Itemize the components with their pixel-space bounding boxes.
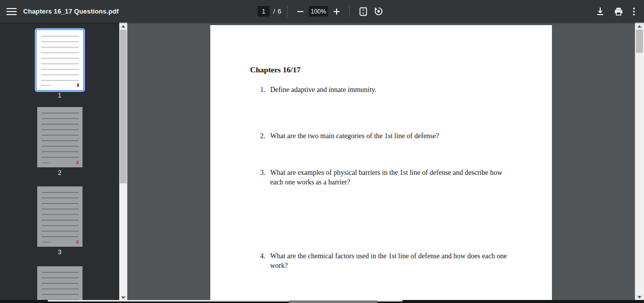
question-text: What are the two main categories of the … (270, 132, 439, 140)
page-number-input[interactable] (258, 6, 270, 17)
toolbar-divider (287, 6, 288, 17)
scroll-down-arrow-icon (121, 296, 125, 299)
bottom-edge-strip (0, 300, 644, 303)
toolbar-center-group: / 6 (258, 0, 386, 23)
toolbar-left-group: Chapters 16_17 Questions.pdf (0, 0, 119, 23)
document-scrollbar-thumb[interactable] (636, 30, 643, 53)
sidebar-scroll-up-button[interactable] (119, 23, 127, 30)
download-icon (596, 7, 604, 16)
thumbnail-red-mark (77, 83, 79, 87)
page-thumbnail[interactable]: 2 (0, 107, 119, 176)
thumbnail-page-preview[interactable] (37, 186, 83, 247)
question-number: 2. (260, 131, 270, 141)
thumbnail-footer-line (41, 85, 51, 86)
sidebar-scrollbar[interactable] (119, 23, 127, 303)
document-title: Chapters 16_17 Questions.pdf (23, 8, 119, 15)
question-text: What are the chemical factors used in th… (270, 252, 507, 269)
document-viewer[interactable]: Chapters 16/17 1.Define adaptive and inn… (127, 23, 635, 303)
rotate-counterclockwise-icon (374, 7, 383, 16)
zoom-level-input[interactable] (309, 6, 328, 17)
question-item: 3.What are examples of physical barriers… (260, 168, 512, 187)
thumbnail-red-mark (76, 161, 78, 164)
question-text: What are examples of physical barriers i… (270, 169, 502, 186)
page-separator: / (273, 8, 275, 15)
fit-page-button[interactable] (356, 4, 371, 19)
thumbnail-text-lines (41, 36, 79, 81)
document-scroll-up-button[interactable] (635, 23, 644, 30)
question-text: Define adaptive and innate immunity. (270, 86, 376, 93)
thumbnail-page-number: 3 (58, 249, 61, 256)
download-button[interactable] (593, 4, 607, 19)
sidebar-scrollbar-thumb[interactable] (120, 30, 127, 183)
document-scrollbar[interactable] (635, 23, 644, 303)
page-thumbnail[interactable]: 3 (0, 186, 119, 256)
thumbnail-text-lines (42, 113, 78, 159)
thumbnail-footer-line (41, 162, 51, 163)
thumbnail-sidebar: 1 2 3 (0, 23, 119, 303)
question-number: 1. (260, 85, 270, 94)
toolbar: Chapters 16_17 Questions.pdf / 6 (0, 0, 644, 23)
scroll-up-arrow-icon (637, 25, 641, 28)
thumbnail-page-number: 1 (58, 92, 61, 99)
minus-icon (297, 8, 304, 15)
question-item: 1.Define adaptive and innate immunity. (260, 85, 512, 94)
zoom-in-button[interactable] (330, 5, 343, 18)
question-number: 3. (260, 168, 270, 177)
rotate-button[interactable] (371, 4, 386, 19)
more-options-button[interactable] (630, 5, 638, 19)
zoom-out-button[interactable] (294, 5, 307, 18)
thumbnail-page-preview[interactable] (37, 107, 83, 167)
page-count: 6 (278, 8, 281, 15)
print-button[interactable] (611, 5, 626, 19)
toolbar-right-group (593, 0, 638, 23)
pdf-viewer-window: Chapters 16_17 Questions.pdf / 6 (0, 0, 644, 303)
question-item: 2.What are the two main categories of th… (260, 131, 512, 141)
toolbar-divider (349, 6, 350, 17)
question-number: 4. (260, 251, 270, 261)
page-thumbnail[interactable]: 1 (0, 30, 119, 99)
scroll-up-arrow-icon (121, 25, 125, 28)
thumbnail-page-preview[interactable] (37, 30, 83, 90)
menu-button[interactable] (0, 0, 23, 23)
scroll-down-arrow-icon (637, 296, 641, 298)
thumbnail-page-preview[interactable] (37, 266, 83, 303)
document-scroll-down-button[interactable] (635, 294, 644, 300)
thumbnail-text-lines (42, 192, 78, 238)
horizontal-scrollbar-thumb[interactable] (289, 300, 377, 303)
question-item: 4.What are the chemical factors used in … (260, 251, 512, 270)
pdf-page-1: Chapters 16/17 1.Define adaptive and inn… (210, 25, 552, 303)
print-icon (614, 8, 623, 16)
three-dot-menu-icon (633, 8, 635, 16)
plus-icon (333, 8, 340, 15)
document-heading: Chapters 16/17 (250, 65, 300, 74)
fit-page-icon (359, 7, 368, 16)
thumbnail-text-lines (42, 272, 78, 303)
thumbnail-footer-line (41, 242, 51, 243)
thumbnail-page-number: 2 (58, 169, 61, 176)
thumbnail-red-mark (76, 240, 78, 244)
hamburger-menu-icon (7, 8, 17, 16)
page-thumbnail[interactable]: 4 (0, 266, 119, 303)
